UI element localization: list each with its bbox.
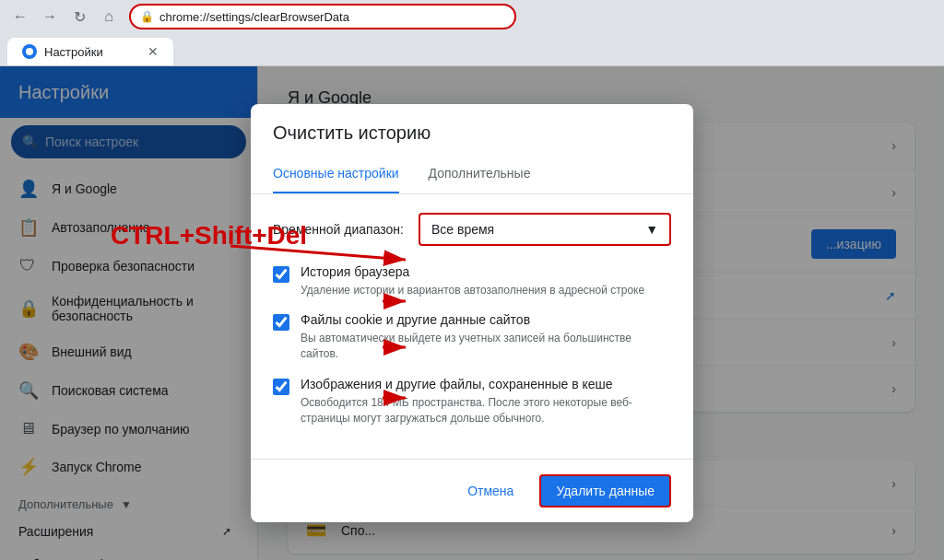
- checkbox-history-input[interactable]: [273, 266, 289, 283]
- checkbox-history-title: История браузера: [301, 264, 644, 279]
- reload-button[interactable]: ↻: [66, 4, 92, 29]
- checkbox-cache-input[interactable]: [273, 379, 289, 395]
- active-tab[interactable]: Настройки ✕: [7, 38, 173, 65]
- address-bar-wrap: 🔒: [129, 4, 516, 29]
- modal-footer: Отмена Удалить данные: [251, 459, 693, 522]
- nav-buttons: ← → ↻ ⌂: [7, 4, 122, 29]
- chevron-down-icon: ▼: [645, 222, 658, 237]
- checkbox-cache-title: Изображения и другие файлы, сохраненные …: [301, 377, 671, 391]
- time-range-row: Временной диапазон: Все время ▼: [273, 213, 671, 246]
- svg-point-0: [26, 48, 33, 55]
- tab-advanced[interactable]: Дополнительные: [429, 155, 531, 193]
- checkbox-cookies: Файлы cookie и другие данные сайтов Вы а…: [273, 312, 671, 362]
- address-bar-input[interactable]: [159, 10, 505, 24]
- forward-button[interactable]: →: [37, 4, 63, 29]
- time-range-value: Все время: [431, 222, 494, 237]
- cancel-button[interactable]: Отмена: [453, 474, 528, 508]
- clear-history-modal: Очистить историю Основные настройки Допо…: [251, 104, 693, 523]
- time-range-label: Временной диапазон:: [273, 222, 404, 237]
- browser-chrome: ← → ↻ ⌂ 🔒: [0, 0, 944, 33]
- tab-bar: Настройки ✕: [0, 33, 944, 66]
- delete-button[interactable]: Удалить данные: [539, 474, 671, 508]
- tab-close-button[interactable]: ✕: [148, 44, 159, 59]
- checkbox-history-desc: Удаление истории и вариантов автозаполне…: [301, 283, 644, 298]
- home-button[interactable]: ⌂: [96, 4, 122, 29]
- tab-favicon: [22, 44, 37, 59]
- checkbox-cache-desc: Освободится 184 МБ пространства. После э…: [301, 395, 671, 426]
- modal-title: Очистить историю: [251, 104, 693, 144]
- tab-basic[interactable]: Основные настройки: [273, 155, 399, 193]
- checkbox-cookies-input[interactable]: [273, 314, 289, 331]
- modal-tabs: Основные настройки Дополнительные: [251, 155, 693, 194]
- checkbox-history: История браузера Удаление истории и вари…: [273, 264, 671, 298]
- checkbox-cookies-title: Файлы cookie и другие данные сайтов: [301, 312, 671, 327]
- back-button[interactable]: ←: [7, 4, 33, 29]
- tab-title: Настройки: [44, 45, 140, 59]
- modal-body: Временной диапазон: Все время ▼ История …: [251, 194, 693, 460]
- checkbox-cookies-desc: Вы автоматически выйдете из учетных запи…: [301, 331, 671, 362]
- checkbox-cache: Изображения и другие файлы, сохраненные …: [273, 377, 671, 426]
- time-range-select[interactable]: Все время ▼: [419, 213, 671, 246]
- modal-overlay: CTRL+Shift+Del Очистить историю Основные…: [0, 66, 944, 560]
- lock-icon: 🔒: [140, 10, 154, 23]
